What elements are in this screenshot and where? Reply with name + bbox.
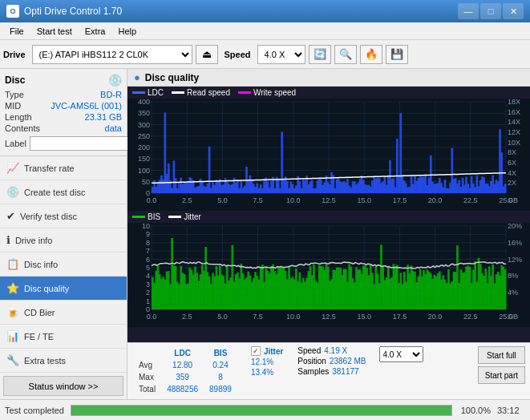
legend-jitter-label: Jitter (184, 212, 201, 221)
ldc-header: LDC (162, 348, 203, 358)
chart-header: ● Disc quality (127, 69, 530, 87)
minimize-button[interactable]: — (458, 3, 479, 19)
menu-file[interactable]: File (3, 25, 30, 38)
create-test-icon: 💿 (6, 186, 19, 198)
legend-read-speed-label: Read speed (187, 88, 230, 97)
legend-2: BIS Jitter (127, 211, 530, 223)
speed-select[interactable]: 4.0 X (257, 45, 305, 64)
drive-select[interactable]: (E:) ATAPI iHBS112 2 CL0K (32, 45, 192, 64)
toolbar: Drive (E:) ATAPI iHBS112 2 CL0K ⏏ Speed … (0, 40, 530, 69)
jitter-col-header: Jitter (264, 347, 283, 356)
cd-bier-label: CD Bier (24, 308, 55, 317)
bis-header: BIS (204, 348, 237, 358)
verify-test-label: Verify test disc (20, 212, 77, 221)
contents-label: Contents (5, 123, 40, 133)
legend-jitter: Jitter (168, 212, 201, 221)
start-full-button[interactable]: Start full (478, 346, 525, 364)
sidebar: Disc 💿 Type BD-R MID JVC-AMS6L (001) Len… (0, 69, 127, 399)
sidebar-item-cd-bier[interactable]: 🍺 CD Bier (0, 301, 127, 325)
scan-button[interactable]: 🔍 (334, 45, 357, 64)
avg-jitter: 12.1% (251, 357, 283, 366)
mid-value: JVC-AMS6L (001) (51, 101, 122, 111)
disc-info-icon: 📋 (6, 258, 19, 270)
length-value: 23.31 GB (85, 112, 122, 122)
charts-wrapper: LDC Read speed Write speed BIS (127, 87, 530, 342)
mid-label: MID (5, 101, 21, 111)
stats-speed-select[interactable]: 4.0 X (379, 346, 423, 362)
length-label: Length (5, 112, 32, 122)
main-area: Disc 💿 Type BD-R MID JVC-AMS6L (001) Len… (0, 69, 530, 399)
samples-val: 381177 (332, 367, 358, 376)
type-label: Type (5, 90, 24, 99)
burn-button[interactable]: 🔥 (360, 45, 382, 64)
disc-quality-icon: ⭐ (6, 282, 19, 294)
total-ldc: 4888256 (162, 384, 203, 394)
status-bar: Test completed 100.0% 33:12 (0, 399, 530, 420)
fe-te-label: FE / TE (24, 332, 54, 341)
sidebar-item-create-test[interactable]: 💿 Create test disc (0, 180, 127, 204)
extra-tests-icon: 🔧 (6, 354, 19, 366)
samples-label: Samples (297, 367, 329, 376)
label-input[interactable] (30, 136, 136, 151)
action-buttons: Start full Start part (478, 346, 525, 384)
chart-header-icon: ● (134, 71, 140, 83)
eject-button[interactable]: ⏏ (196, 45, 218, 64)
avg-bis: 0.24 (204, 360, 237, 370)
sidebar-item-verify-test[interactable]: ✔ Verify test disc (0, 204, 127, 228)
verify-test-icon: ✔ (6, 210, 15, 222)
drive-label: Drive (3, 50, 26, 59)
maximize-button[interactable]: □ (480, 3, 501, 19)
disc-panel: Disc 💿 Type BD-R MID JVC-AMS6L (001) Len… (0, 69, 127, 156)
max-ldc: 359 (162, 372, 203, 382)
legend-ldc-label: LDC (148, 88, 164, 97)
title-bar: O Opti Drive Control 1.70 — □ ✕ (0, 0, 530, 22)
legend-1: LDC Read speed Write speed (127, 87, 530, 99)
sidebar-item-drive-info[interactable]: ℹ Drive info (0, 228, 127, 252)
create-test-label: Create test disc (24, 188, 85, 197)
disc-title: Disc (5, 75, 25, 86)
drive-info-label: Drive info (15, 236, 52, 245)
jitter-color (168, 216, 181, 218)
sidebar-item-transfer-rate[interactable]: 📈 Transfer rate (0, 156, 127, 180)
status-window-label: Status window >> (29, 382, 99, 391)
speed-val: 4.19 X (324, 346, 347, 355)
speed-static-label: Speed (297, 346, 321, 355)
close-button[interactable]: ✕ (503, 3, 524, 19)
jitter-checkbox[interactable]: ✓ (251, 346, 261, 356)
sidebar-item-disc-quality[interactable]: ⭐ Disc quality (0, 277, 127, 301)
content-area: ● Disc quality LDC Read speed Write spee… (127, 69, 530, 399)
max-label: Max (134, 372, 160, 382)
window-controls: — □ ✕ (458, 3, 524, 19)
legend-write-speed: Write speed (238, 88, 296, 97)
position-label: Position (297, 357, 326, 365)
disc-icon: 💿 (108, 74, 122, 87)
sidebar-item-disc-info[interactable]: 📋 Disc info (0, 252, 127, 277)
refresh-button[interactable]: 🔄 (309, 45, 331, 64)
menu-start-test[interactable]: Start test (30, 25, 79, 38)
time-display: 33:12 (497, 406, 525, 415)
sidebar-item-fe-te[interactable]: 📊 FE / TE (0, 325, 127, 349)
total-bis: 89899 (204, 384, 237, 394)
menu-extra[interactable]: Extra (79, 25, 112, 38)
sidebar-item-extra-tests[interactable]: 🔧 Extra tests (0, 349, 127, 373)
drive-info-icon: ℹ (6, 234, 10, 246)
write-speed-color (238, 91, 251, 94)
speed-position: Speed 4.19 X Position 23862 MB Samples 3… (297, 346, 366, 376)
stats-table: LDC BIS Avg 12.80 0.24 Max 359 8 Total 4… (132, 346, 238, 396)
avg-label: Avg (134, 360, 160, 370)
chart-title: Disc quality (145, 72, 199, 83)
position-val: 23862 MB (330, 357, 366, 365)
menu-help[interactable]: Help (111, 25, 143, 38)
status-text: Test completed (5, 406, 64, 415)
save-button[interactable]: 💾 (386, 45, 408, 64)
contents-value: data (105, 123, 122, 133)
total-label: Total (134, 384, 160, 394)
start-part-button[interactable]: Start part (478, 366, 525, 384)
cd-bier-icon: 🍺 (6, 306, 19, 318)
status-window-button[interactable]: Status window >> (3, 376, 123, 396)
legend-ldc: LDC (132, 88, 164, 97)
legend-bis-label: BIS (148, 212, 160, 221)
disc-quality-label: Disc quality (24, 284, 69, 293)
speed-select-area: 4.0 X (379, 346, 423, 362)
label-field-label: Label (5, 139, 26, 148)
